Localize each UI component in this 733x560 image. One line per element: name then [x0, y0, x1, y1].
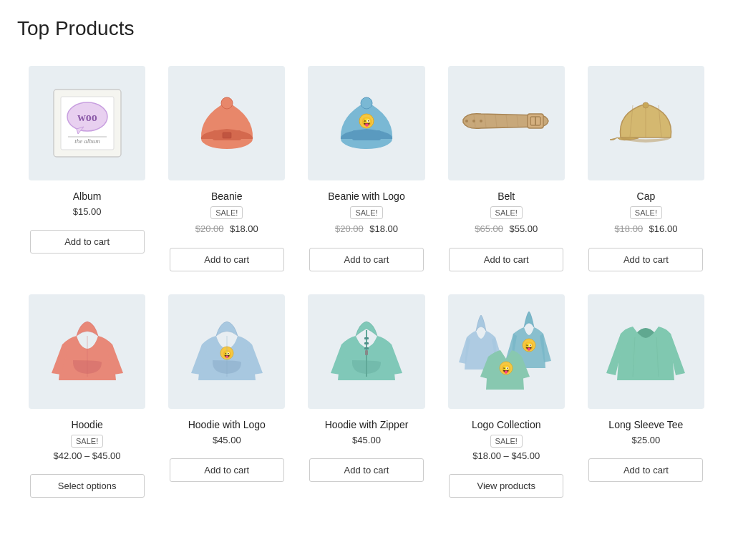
sale-badge-logo-collection: SALE! — [490, 435, 523, 448]
svg-rect-38 — [364, 347, 369, 349]
product-price-album: $15.00 — [73, 206, 102, 217]
product-image-belt — [448, 66, 565, 180]
add-to-cart-belt[interactable]: Add to cart — [449, 248, 563, 271]
product-card-beanie: Beanie SALE! $20.00 $18.00 Add to cart — [157, 54, 296, 283]
product-price-beanie-logo: $20.00 $18.00 — [335, 222, 398, 235]
product-image-hoodie-logo: 😜 — [168, 294, 285, 409]
svg-rect-37 — [364, 342, 369, 344]
product-price-long-sleeve: $25.00 — [632, 435, 661, 445]
price-original-beanie-logo: $20.00 — [335, 223, 364, 234]
product-card-belt: Belt SALE! $65.00 $55.00 Add to cart — [437, 54, 576, 283]
product-name-cap: Cap — [637, 190, 656, 202]
product-name-hoodie: Hoodie — [71, 419, 102, 430]
product-name-album: Album — [73, 190, 102, 202]
product-card-album: woo the album Album $15.00 Add to cart — [17, 54, 157, 283]
product-price-hoodie: $42.00 – $45.00 — [54, 450, 121, 461]
svg-rect-39 — [365, 350, 368, 355]
sale-badge-beanie-logo: SALE! — [350, 206, 382, 219]
product-image-logo-collection: 😜 😜 — [448, 294, 565, 409]
view-products-logo-collection[interactable]: View products — [449, 474, 563, 498]
add-to-cart-hoodie-logo[interactable]: Add to cart — [170, 458, 284, 482]
product-name-long-sleeve: Long Sleeve Tee — [608, 419, 683, 430]
svg-text:the album: the album — [74, 137, 100, 145]
product-price-hoodie-logo: $45.00 — [213, 435, 241, 445]
product-card-beanie-logo: 😜 Beanie with Logo SALE! $20.00 $18.00 A… — [296, 54, 436, 283]
product-price-belt: $65.00 $55.00 — [475, 222, 538, 235]
select-options-hoodie[interactable]: Select options — [30, 474, 145, 498]
product-image-hoodie-zipper — [308, 294, 424, 409]
product-name-hoodie-zipper: Hoodie with Zipper — [325, 419, 409, 430]
svg-text:woo: woo — [77, 111, 97, 123]
svg-point-26 — [465, 120, 468, 122]
price-original-cap: $18.00 — [614, 223, 643, 234]
price-original-belt: $65.00 — [475, 223, 503, 234]
sale-badge-belt: SALE! — [490, 206, 523, 219]
sale-badge-cap: SALE! — [630, 206, 662, 219]
product-name-beanie: Beanie — [211, 190, 243, 202]
products-grid: woo the album Album $15.00 Add to cart — [17, 54, 716, 509]
svg-text:😜: 😜 — [361, 116, 372, 127]
product-image-hoodie — [29, 294, 145, 409]
product-card-long-sleeve: Long Sleeve Tee $25.00 Add to cart — [576, 283, 716, 509]
product-name-beanie-logo: Beanie with Logo — [328, 190, 404, 202]
price-sale-cap: $16.00 — [649, 223, 678, 234]
svg-rect-36 — [364, 337, 369, 339]
product-image-beanie-logo: 😜 — [308, 66, 424, 180]
svg-point-30 — [643, 102, 649, 108]
add-to-cart-cap[interactable]: Add to cart — [588, 248, 703, 271]
add-to-cart-album[interactable]: Add to cart — [30, 230, 145, 254]
add-to-cart-long-sleeve[interactable]: Add to cart — [588, 458, 703, 482]
sale-badge-beanie: SALE! — [210, 206, 243, 219]
sale-badge-hoodie: SALE! — [71, 435, 103, 448]
product-card-cap: Cap SALE! $18.00 $16.00 Add to cart — [576, 54, 716, 283]
price-original-beanie: $20.00 — [195, 223, 224, 234]
svg-text:😜: 😜 — [501, 364, 511, 374]
product-image-album: woo the album — [29, 66, 145, 180]
svg-point-24 — [480, 120, 482, 122]
svg-point-15 — [361, 97, 372, 109]
product-name-hoodie-logo: Hoodie with Logo — [188, 419, 266, 430]
svg-rect-12 — [352, 130, 381, 140]
add-to-cart-hoodie-zipper[interactable]: Add to cart — [309, 458, 424, 482]
product-card-hoodie: Hoodie SALE! $42.00 – $45.00 Select opti… — [17, 283, 157, 509]
product-image-beanie — [168, 66, 285, 180]
svg-point-10 — [221, 97, 233, 109]
product-image-cap — [588, 66, 704, 180]
price-sale-beanie: $18.00 — [230, 223, 258, 234]
product-image-long-sleeve — [588, 294, 704, 409]
product-price-logo-collection: $18.00 – $45.00 — [472, 450, 540, 461]
add-to-cart-beanie-logo[interactable]: Add to cart — [309, 248, 424, 271]
product-price-hoodie-zipper: $45.00 — [352, 435, 381, 445]
price-sale-belt: $55.00 — [509, 223, 538, 234]
product-card-hoodie-logo: 😜 Hoodie with Logo $45.00 Add to cart — [157, 283, 296, 509]
svg-text:😜: 😜 — [524, 341, 534, 351]
product-price-cap: $18.00 $16.00 — [614, 222, 677, 235]
add-to-cart-beanie[interactable]: Add to cart — [170, 248, 284, 271]
product-name-belt: Belt — [497, 190, 515, 202]
svg-rect-9 — [223, 132, 231, 138]
price-sale-beanie-logo: $18.00 — [369, 223, 398, 234]
svg-point-25 — [472, 120, 475, 122]
page-title: Top Products — [17, 17, 716, 40]
product-price-beanie: $20.00 $18.00 — [195, 222, 258, 235]
product-name-logo-collection: Logo Collection — [472, 419, 541, 430]
product-card-hoodie-zipper: Hoodie with Zipper $45.00 Add to cart — [296, 283, 436, 509]
product-card-logo-collection: 😜 😜 Logo Collection SALE! $18.00 – $45.0… — [437, 283, 576, 509]
